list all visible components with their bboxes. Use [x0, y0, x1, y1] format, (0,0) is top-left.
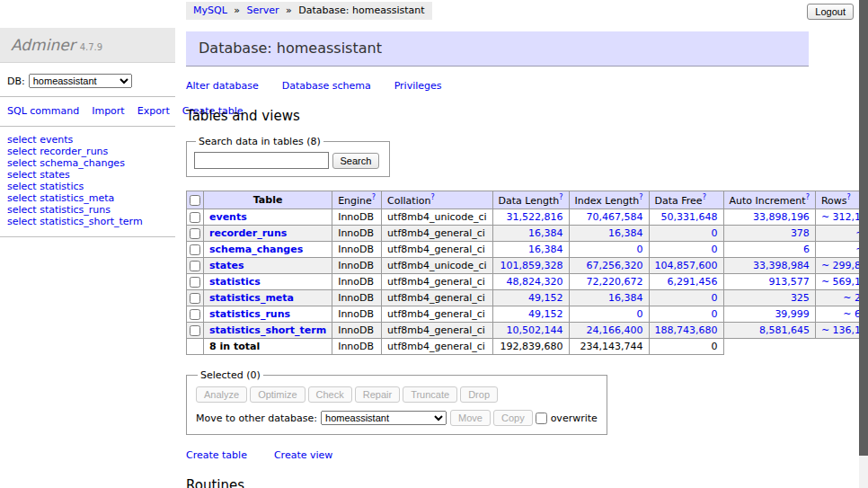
table-name-link[interactable]: events [209, 211, 247, 223]
scrollbar-thumb[interactable] [859, 0, 868, 456]
search-button[interactable]: Search [332, 153, 380, 169]
logout-button[interactable]: Logout [807, 4, 854, 20]
db-label: DB: [7, 75, 25, 87]
engine-cell: InnoDB [332, 241, 382, 257]
help-link[interactable]: ? [703, 193, 706, 201]
optimize-button[interactable]: Optimize [250, 386, 305, 403]
table-row: statisticsInnoDButf8mb4_general_ci48,824… [187, 273, 868, 289]
auto-increment-link[interactable]: 913,577 [768, 276, 810, 288]
row-checkbox[interactable] [190, 212, 200, 223]
data-length-link[interactable]: 31,522,816 [507, 211, 563, 223]
data-free-link[interactable]: 188,743,680 [655, 324, 718, 336]
total-empty-cell [187, 338, 204, 354]
data-length-link[interactable]: 49,152 [528, 308, 563, 320]
data-free-link[interactable]: 0 [712, 292, 718, 304]
index-length-link[interactable]: 67,256,320 [587, 260, 643, 271]
help-link[interactable]: ? [430, 193, 434, 201]
table-name-link[interactable]: states [209, 260, 244, 271]
data-free-link[interactable]: 6,291,456 [668, 276, 718, 288]
help-link[interactable]: ? [559, 193, 562, 201]
collation-cell: utf8mb4_general_ci [382, 322, 492, 338]
select-all-checkbox[interactable] [190, 195, 200, 206]
data-free-link[interactable]: 104,857,600 [655, 260, 718, 271]
repair-button[interactable]: Repair [355, 386, 400, 403]
data-free-link[interactable]: 0 [712, 308, 718, 320]
auto-increment-link[interactable]: 8,581,645 [759, 324, 810, 336]
action-link-database-schema[interactable]: Database schema [282, 80, 371, 92]
drop-button[interactable]: Drop [460, 386, 498, 403]
row-checkbox[interactable] [190, 277, 200, 288]
data-free-link[interactable]: 0 [712, 227, 718, 239]
data-length-cell: 16,384 [492, 225, 569, 241]
index-length-link[interactable]: 72,220,672 [587, 276, 643, 288]
sidebar-select-statistics_short_term[interactable]: select statistics_short_term [7, 217, 175, 228]
breadcrumb-item[interactable]: MySQL [193, 4, 227, 16]
data-free-link[interactable]: 0 [712, 244, 718, 255]
data-length-cell: 49,152 [492, 306, 569, 322]
auto-increment-link[interactable]: 33,898,196 [753, 211, 810, 223]
row-checkbox[interactable] [190, 309, 200, 320]
move-button[interactable]: Move [450, 410, 491, 426]
selected-legend: Selected (0) [198, 369, 263, 381]
vertical-scrollbar[interactable] [859, 0, 868, 488]
auto-increment-link[interactable]: 6 [803, 244, 810, 255]
index-length-link[interactable]: 16,384 [608, 292, 643, 304]
table-name-link[interactable]: statistics_short_term [209, 324, 326, 336]
sidebar-link-sql-command[interactable]: SQL command [7, 105, 79, 117]
data-length-cell: 49,152 [492, 289, 569, 306]
index-length-link[interactable]: 70,467,584 [587, 211, 643, 223]
sidebar-link-import[interactable]: Import [92, 105, 125, 117]
move-db-select[interactable]: homeassistant [321, 411, 447, 425]
row-checkbox[interactable] [190, 261, 200, 271]
sidebar-link-export[interactable]: Export [137, 105, 170, 117]
data-length-link[interactable]: 48,824,320 [507, 276, 563, 288]
data-length-link[interactable]: 10,502,144 [507, 324, 563, 336]
link-create-view[interactable]: Create view [274, 449, 332, 461]
table-name-link[interactable]: statistics_runs [209, 308, 290, 320]
index-length-link[interactable]: 24,166,400 [587, 324, 643, 336]
index-length-link[interactable]: 0 [637, 244, 643, 255]
data-length-cell: 16,384 [492, 241, 569, 257]
app-logo[interactable]: Adminer 4.7.9 [0, 28, 175, 63]
auto-increment-link[interactable]: 378 [791, 227, 810, 239]
analyze-button[interactable]: Analyze [196, 386, 247, 403]
db-select[interactable]: homeassistant [29, 74, 132, 88]
index-length-link[interactable]: 0 [637, 308, 643, 320]
data-length-link[interactable]: 101,859,328 [500, 260, 563, 271]
auto-increment-link[interactable]: 325 [791, 292, 810, 304]
tables-list-body: eventsInnoDButf8mb4_unicode_ci31,522,816… [187, 209, 868, 354]
table-row: eventsInnoDButf8mb4_unicode_ci31,522,816… [187, 209, 868, 225]
row-checkbox[interactable] [190, 228, 200, 239]
link-create-table[interactable]: Create table [186, 449, 247, 461]
total-label-cell: 8 in total [204, 338, 332, 354]
help-link[interactable]: ? [639, 193, 642, 201]
data-length-link[interactable]: 49,152 [528, 292, 563, 304]
table-name-link[interactable]: recorder_runs [209, 227, 287, 239]
check-button[interactable]: Check [308, 386, 352, 403]
page-title: Database: homeassistant [186, 31, 809, 67]
help-link[interactable]: ? [806, 193, 810, 201]
row-checkbox[interactable] [190, 244, 200, 255]
auto-increment-link[interactable]: 39,999 [775, 308, 810, 320]
copy-button[interactable]: Copy [493, 410, 533, 426]
data-length-link[interactable]: 16,384 [528, 227, 563, 239]
breadcrumb-item[interactable]: Server [247, 4, 279, 16]
index-length-link[interactable]: 16,384 [608, 227, 643, 239]
table-name-link[interactable]: schema_changes [209, 244, 303, 255]
help-link[interactable]: ? [372, 193, 376, 201]
action-link-privileges[interactable]: Privileges [394, 80, 442, 92]
overwrite-checkbox[interactable] [536, 413, 547, 424]
table-name-link[interactable]: statistics_meta [209, 292, 294, 304]
search-input[interactable] [194, 152, 329, 169]
action-link-alter-database[interactable]: Alter database [186, 80, 259, 92]
row-checkbox[interactable] [190, 293, 200, 304]
data-length-link[interactable]: 16,384 [528, 244, 563, 255]
help-link[interactable]: ? [846, 193, 850, 201]
table-name-link[interactable]: statistics [209, 276, 261, 288]
data-free-cell: 104,857,600 [649, 257, 723, 273]
auto-increment-link[interactable]: 33,398,984 [753, 260, 810, 271]
data-free-link[interactable]: 50,331,648 [661, 211, 718, 223]
truncate-button[interactable]: Truncate [403, 386, 457, 403]
row-checkbox[interactable] [190, 325, 200, 336]
data-free-cell: 0 [649, 241, 723, 257]
